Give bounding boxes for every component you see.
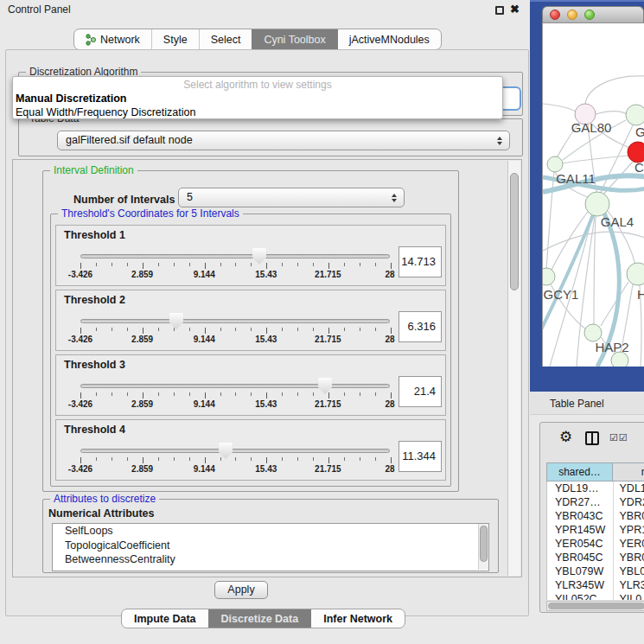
popup-option-manual-discretization[interactable]: Manual Discretization xyxy=(13,92,502,105)
table-row[interactable]: YBR045C YBR0 xyxy=(547,551,644,564)
table-row[interactable]: YLR345W YLR3 xyxy=(547,578,644,592)
cell-name[interactable]: YBL0 xyxy=(614,564,644,578)
table-row[interactable]: YDR27… YDR2 xyxy=(547,495,644,509)
table-row[interactable]: YPR145W YPR1 xyxy=(547,523,644,537)
threshold-label: Threshold 1 xyxy=(64,229,125,241)
threshold-4-value-field[interactable]: 11.344 xyxy=(399,441,442,472)
list-scrollbar[interactable] xyxy=(478,524,488,570)
cell-shared-name[interactable]: YDR27… xyxy=(547,495,614,509)
tab-network[interactable]: Network xyxy=(74,29,151,49)
table-row[interactable]: YBR043C YBR0 xyxy=(547,509,644,523)
number-of-intervals-label: Number of Intervals xyxy=(73,194,175,206)
float-window-icon[interactable] xyxy=(495,6,504,15)
scrollbar-thumb[interactable] xyxy=(510,173,519,290)
node-gal11[interactable] xyxy=(547,156,563,172)
tab-infer-network[interactable]: Infer Network xyxy=(310,609,405,628)
apply-button[interactable]: Apply xyxy=(214,581,268,599)
table-data-combobox[interactable]: galFiltered.sif default node xyxy=(57,131,510,150)
node-label-partial-red: C xyxy=(634,160,644,175)
threshold-3-slider[interactable] xyxy=(80,384,390,388)
close-traffic-light-icon[interactable] xyxy=(550,10,560,20)
group-label: Interval Definition xyxy=(50,164,137,176)
table-horizontal-scrollbar[interactable] xyxy=(546,601,644,611)
table-row[interactable]: YER054C YER0 xyxy=(547,537,644,551)
node-label-gal11: GAL11 xyxy=(556,171,596,186)
network-window-titlebar[interactable] xyxy=(542,6,644,23)
table-row[interactable]: YIL052C YIL0 xyxy=(547,592,644,600)
node-gcy1[interactable] xyxy=(543,268,555,285)
node-partial-right[interactable] xyxy=(627,263,644,285)
group-label: Threshold's Coordinates for 5 Intervals xyxy=(58,207,243,220)
tick-label: -3.426 xyxy=(68,270,92,279)
threshold-label: Threshold 2 xyxy=(64,294,125,306)
select-columns-icon[interactable]: ☑☑ xyxy=(609,432,628,443)
gear-icon[interactable]: ⚙ xyxy=(559,428,572,446)
list-item[interactable]: BetweennessCentrality xyxy=(53,552,488,567)
tab-style[interactable]: Style xyxy=(151,29,199,49)
cell-shared-name[interactable]: YPR145W xyxy=(547,523,614,537)
combobox-value: 5 xyxy=(187,191,193,203)
combobox-value: galFiltered.sif default node xyxy=(66,134,193,146)
cell-shared-name[interactable]: YBL079W xyxy=(547,564,614,578)
cell-shared-name[interactable]: YBR045C xyxy=(547,551,614,564)
threshold-1-value-field[interactable]: 14.713 xyxy=(399,246,442,277)
tab-impute-data[interactable]: Impute Data xyxy=(122,609,208,628)
numerical-attributes-label: Numerical Attributes xyxy=(48,507,154,520)
cell-name[interactable]: YIL0 xyxy=(614,592,644,600)
list-item[interactable]: SelfLoops xyxy=(53,524,488,539)
threshold-4-slider[interactable] xyxy=(80,449,390,453)
close-icon[interactable]: ✖ xyxy=(510,3,520,16)
column-header-name[interactable]: na xyxy=(613,462,644,481)
table-panel-body: ⚙ ☑☑ shared… na YDL19… YDL1 xyxy=(530,415,644,644)
tick-label: 28 xyxy=(385,464,394,474)
cell-name[interactable]: YLR3 xyxy=(614,578,644,592)
minimize-traffic-light-icon[interactable] xyxy=(567,10,577,20)
tab-jactivemnodules[interactable]: jActiveMNodules xyxy=(337,29,441,49)
list-item[interactable]: TopologicalCoefficient xyxy=(53,539,488,553)
scrollbar-thumb[interactable] xyxy=(548,603,644,609)
node-hap2[interactable] xyxy=(584,324,602,341)
cell-name[interactable]: YBR0 xyxy=(614,509,644,523)
slider-scale: -3.4262.8599.14415.4321.71528 xyxy=(80,335,390,346)
slider-major-ticks xyxy=(80,457,392,463)
tab-select[interactable]: Select xyxy=(199,29,252,49)
column-layout-icon[interactable] xyxy=(585,431,599,445)
cell-shared-name[interactable]: YER054C xyxy=(547,537,614,551)
threshold-3-block: Threshold 3 -3.4262.8599.14415.4321.7152… xyxy=(55,354,446,416)
scrollbar-thumb[interactable] xyxy=(480,526,488,562)
threshold-2-value-field[interactable]: 6.316 xyxy=(399,311,442,342)
threshold-1-slider[interactable] xyxy=(80,254,390,258)
zoom-traffic-light-icon[interactable] xyxy=(584,10,595,20)
cell-name[interactable]: YDL1 xyxy=(614,481,644,495)
tab-discretize-data[interactable]: Discretize Data xyxy=(208,609,311,628)
network-icon xyxy=(86,34,96,46)
cell-name[interactable]: YBR0 xyxy=(614,551,644,564)
table-rows[interactable]: YDL19… YDL1 YDR27… YDR2 YBR043C YBR0 xyxy=(546,481,644,600)
cell-shared-name[interactable]: YLR345W xyxy=(547,578,614,592)
table-row[interactable]: YBL079W YBL0 xyxy=(547,564,644,578)
table-row[interactable]: YDL19… YDL1 xyxy=(547,481,644,495)
column-header-shared-name[interactable]: shared… xyxy=(546,462,613,481)
cell-name[interactable]: YPR1 xyxy=(614,523,644,537)
panel-scrollbar[interactable] xyxy=(507,161,520,576)
cell-shared-name[interactable]: YIL052C xyxy=(547,592,614,600)
threshold-4-block: Threshold 4 -3.4262.8599.14415.4321.7152… xyxy=(55,419,446,481)
threshold-3-value-field[interactable]: 21.4 xyxy=(399,376,442,407)
cell-name[interactable]: YDR2 xyxy=(614,495,644,509)
popup-option-equal-width-frequency[interactable]: Equal Width/Frequency Discretization xyxy=(13,105,502,119)
cell-shared-name[interactable]: YBR043C xyxy=(547,509,614,523)
tick-label: 15.43 xyxy=(255,399,277,409)
tab-cyni-toolbox[interactable]: Cyni Toolbox xyxy=(252,29,336,49)
cell-shared-name[interactable]: YDL19… xyxy=(547,481,614,495)
tick-label: -3.426 xyxy=(68,399,92,409)
number-of-intervals-combobox[interactable]: 5 xyxy=(178,188,405,207)
threshold-2-slider[interactable] xyxy=(80,319,390,323)
cell-name[interactable]: YER0 xyxy=(614,537,644,551)
node-partial-top[interactable] xyxy=(626,105,644,125)
network-canvas[interactable]: GAL80 GA C GAL11 GAL4 GCY1 H HAP2 xyxy=(542,23,644,367)
table-panel-inner: ⚙ ☑☑ shared… na YDL19… YDL1 xyxy=(539,422,644,613)
interval-definition-group: Interval Definition Number of Intervals … xyxy=(42,170,459,492)
group-label: Attributes to discretize xyxy=(50,493,159,505)
numerical-attributes-list[interactable]: SelfLoopsTopologicalCoefficientBetweenne… xyxy=(52,523,489,571)
node-gal4[interactable] xyxy=(585,192,609,216)
